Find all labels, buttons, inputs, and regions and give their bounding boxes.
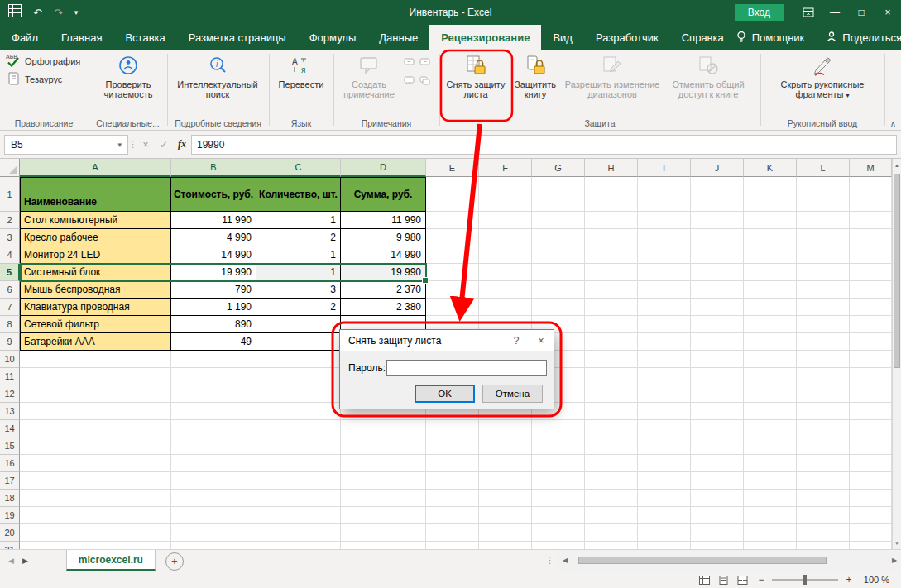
cell-A16[interactable] (20, 455, 171, 472)
cell-H6[interactable] (585, 281, 638, 299)
column-header-J[interactable]: J (691, 159, 744, 177)
cell-F19[interactable] (479, 507, 532, 524)
cell-F3[interactable] (479, 229, 532, 246)
cell-G7[interactable] (532, 299, 585, 316)
cell-F20[interactable] (479, 524, 532, 542)
cell-B19[interactable] (171, 507, 256, 524)
cell-K1[interactable] (744, 177, 797, 212)
cell-I11[interactable] (638, 368, 691, 385)
cell-L8[interactable] (797, 316, 850, 333)
cell-L7[interactable] (797, 299, 850, 316)
cell-H14[interactable] (585, 420, 638, 437)
cell-H11[interactable] (585, 368, 638, 385)
scroll-down-icon[interactable]: ▼ (893, 537, 901, 549)
select-all-corner[interactable] (0, 159, 20, 177)
column-header-B[interactable]: B (171, 159, 256, 177)
cell-F5[interactable] (479, 264, 532, 281)
minimize-button[interactable]: — (822, 0, 848, 25)
row-header-10[interactable]: 10 (0, 351, 20, 368)
cell-H13[interactable] (585, 403, 638, 420)
cell-J16[interactable] (691, 455, 744, 472)
name-box[interactable]: B5 ▾ (4, 135, 128, 155)
cell-E18[interactable] (426, 490, 479, 507)
row-header-5[interactable]: 5 (0, 264, 20, 281)
row-header-8[interactable]: 8 (0, 316, 20, 333)
tab-Разметка страницы[interactable]: Разметка страницы (177, 25, 298, 50)
sheet-nav-left-icon[interactable]: ◀ (8, 557, 14, 565)
zoom-in-icon[interactable]: + (844, 574, 854, 586)
cell-C16[interactable] (256, 455, 341, 472)
cell-L6[interactable] (797, 281, 850, 299)
cell-F7[interactable] (479, 299, 532, 316)
cell-K12[interactable] (744, 385, 797, 403)
row-header-18[interactable]: 18 (0, 490, 20, 507)
cell-I6[interactable] (638, 281, 691, 299)
cell-B12[interactable] (171, 385, 256, 403)
translate-button[interactable]: Ая Перевести (273, 52, 329, 89)
cell-D20[interactable] (341, 524, 426, 542)
cell-M10[interactable] (850, 351, 892, 368)
cell-G5[interactable] (532, 264, 585, 281)
cell-H18[interactable] (585, 490, 638, 507)
cell-M12[interactable] (850, 385, 892, 403)
cell-J13[interactable] (691, 403, 744, 420)
cell-J8[interactable] (691, 316, 744, 333)
row-header-17[interactable]: 17 (0, 472, 20, 490)
cell-B5[interactable]: 19 990 (171, 264, 256, 281)
scroll-up-icon[interactable]: ▲ (893, 159, 901, 171)
cell-M19[interactable] (850, 507, 892, 524)
cell-I7[interactable] (638, 299, 691, 316)
cell-D3[interactable]: 9 980 (341, 229, 426, 246)
password-input[interactable] (386, 360, 547, 376)
cell-M17[interactable] (850, 472, 892, 490)
cell-C13[interactable] (256, 403, 341, 420)
cell-H4[interactable] (585, 246, 638, 264)
cell-I15[interactable] (638, 437, 691, 455)
cell-B17[interactable] (171, 472, 256, 490)
zoom-slider-thumb[interactable] (803, 575, 807, 585)
cell-C5[interactable]: 1 (256, 264, 341, 281)
cell-A2[interactable]: Стол компьютерный (20, 212, 171, 229)
cell-D7[interactable]: 2 380 (341, 299, 426, 316)
maximize-button[interactable]: □ (848, 0, 875, 25)
cell-A4[interactable]: Монитор 24 LED (20, 246, 171, 264)
cell-K10[interactable] (744, 351, 797, 368)
cell-D15[interactable] (341, 437, 426, 455)
cell-E4[interactable] (426, 246, 479, 264)
cell-A1[interactable]: Наименование (20, 177, 171, 212)
cell-F17[interactable] (479, 472, 532, 490)
cell-B8[interactable]: 890 (171, 316, 256, 333)
zoom-out-icon[interactable]: − (756, 574, 766, 586)
cell-L21[interactable] (797, 542, 850, 549)
formula-input[interactable]: 19990 (191, 135, 897, 155)
cell-L4[interactable] (797, 246, 850, 264)
cell-G2[interactable] (532, 212, 585, 229)
cell-M20[interactable] (850, 524, 892, 542)
cell-J15[interactable] (691, 437, 744, 455)
cell-L17[interactable] (797, 472, 850, 490)
qat-customize-icon[interactable]: ▾ (74, 8, 79, 17)
cell-E19[interactable] (426, 507, 479, 524)
cell-L20[interactable] (797, 524, 850, 542)
cell-A17[interactable] (20, 472, 171, 490)
cell-M18[interactable] (850, 490, 892, 507)
row-header-3[interactable]: 3 (0, 229, 20, 246)
cell-C3[interactable]: 2 (256, 229, 341, 246)
cell-D14[interactable] (341, 420, 426, 437)
cell-I3[interactable] (638, 229, 691, 246)
cell-M2[interactable] (850, 212, 892, 229)
cell-G18[interactable] (532, 490, 585, 507)
spelling-button[interactable]: АБВ Орфография (3, 52, 88, 70)
cell-I10[interactable] (638, 351, 691, 368)
normal-view-icon[interactable] (699, 576, 710, 585)
ok-button[interactable]: OK (415, 385, 475, 403)
cell-H1[interactable] (585, 177, 638, 212)
cell-K20[interactable] (744, 524, 797, 542)
cell-C19[interactable] (256, 507, 341, 524)
horizontal-scroll-thumb[interactable] (578, 557, 827, 564)
dialog-help-icon[interactable]: ? (504, 330, 529, 351)
cell-B16[interactable] (171, 455, 256, 472)
cell-C9[interactable] (256, 333, 341, 351)
cell-K6[interactable] (744, 281, 797, 299)
cell-C20[interactable] (256, 524, 341, 542)
